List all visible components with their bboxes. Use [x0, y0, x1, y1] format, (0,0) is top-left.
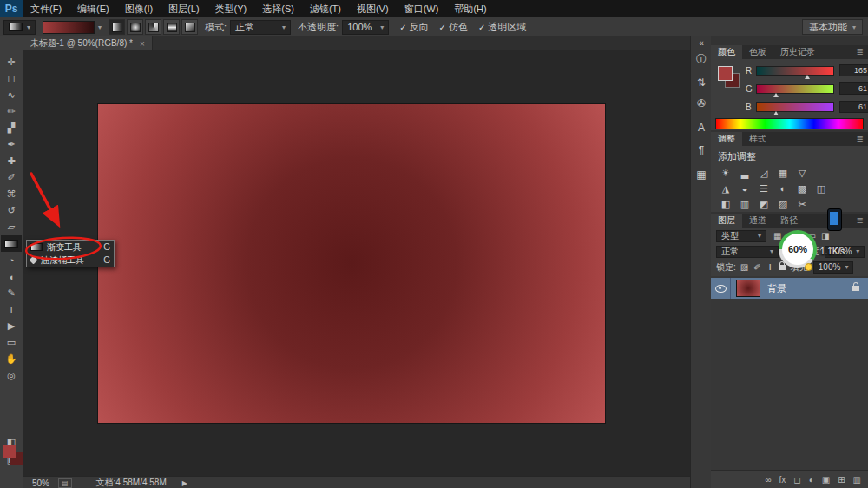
delete-layer-icon[interactable]: ▥ [853, 475, 861, 485]
green-slider-knob[interactable] [773, 93, 779, 97]
info-icon[interactable]: ⓘ [691, 52, 712, 67]
gradient-tool[interactable] [1, 235, 22, 252]
layer-group-icon[interactable]: ▣ [822, 475, 830, 485]
curves-icon[interactable]: ◿ [756, 167, 772, 179]
link-layers-icon[interactable]: ∞ [765, 475, 771, 485]
layer-mask-icon[interactable]: ◻ [793, 475, 800, 485]
tab-swatches[interactable]: 色板 [742, 45, 773, 59]
green-slider[interactable] [756, 84, 834, 94]
exposure-icon[interactable]: ▦ [775, 167, 791, 179]
eraser-tool[interactable]: ▱ [1, 219, 22, 235]
blue-slider-knob[interactable] [773, 111, 779, 115]
green-value[interactable]: 61 [839, 82, 868, 95]
lock-paint-icon[interactable]: ✐ [753, 262, 760, 272]
red-slider-knob[interactable] [805, 75, 810, 79]
lasso-tool[interactable]: ∿ [1, 87, 22, 103]
color-balance-icon[interactable]: ◒ [737, 182, 753, 195]
channel-mixer-icon[interactable]: ▩ [794, 182, 810, 195]
foreground-color-chip[interactable] [718, 66, 733, 81]
foreground-color-swatch[interactable] [3, 445, 16, 458]
photo-filter-icon[interactable]: ◐ [775, 182, 791, 195]
quick-selection-tool[interactable]: ✏ [1, 103, 22, 120]
chevron-down-icon[interactable]: ▾ [98, 23, 102, 31]
menu-layer[interactable]: 图层(L) [161, 0, 207, 17]
panel-menu-icon[interactable]: ≣ [852, 214, 868, 228]
posterize-icon[interactable]: ▥ [737, 198, 753, 210]
zoom-level-input[interactable]: 50% [32, 478, 49, 488]
adjustment-layer-icon[interactable]: ◐ [809, 475, 814, 485]
brightness-contrast-icon[interactable]: ☀ [718, 167, 733, 179]
adjustments-icon[interactable]: ⇅ [691, 76, 712, 89]
hand-tool[interactable]: ✋ [1, 351, 22, 367]
selective-color-icon[interactable]: ✂ [794, 198, 810, 210]
clone-stamp-tool[interactable]: ⌘ [1, 186, 22, 202]
hue-saturation-icon[interactable]: ◮ [718, 182, 733, 195]
reflected-gradient-button[interactable] [163, 19, 180, 35]
blue-slider[interactable] [756, 102, 834, 112]
menu-type[interactable]: 类型(Y) [207, 0, 255, 17]
menu-select[interactable]: 选择(S) [254, 0, 302, 17]
document-tab[interactable]: 未标题-1 @ 50%(RGB/8) * × [23, 36, 153, 50]
eyedropper-tool[interactable]: ✒ [1, 136, 22, 153]
status-thumbnail-icon[interactable]: ▤ [58, 478, 72, 488]
angle-gradient-button[interactable] [145, 19, 161, 35]
character-icon[interactable]: A [691, 122, 712, 134]
color-spectrum-ramp[interactable] [715, 118, 864, 129]
flyout-item-paint-bucket-tool[interactable]: 油漆桶工具 G [27, 254, 114, 267]
menu-window[interactable]: 窗口(W) [397, 0, 447, 17]
visibility-cell[interactable] [711, 278, 731, 299]
invert-icon[interactable]: ◧ [718, 198, 733, 210]
layer-row-background[interactable]: 背景 [711, 278, 868, 299]
diamond-gradient-button[interactable] [181, 19, 198, 35]
tab-history[interactable]: 历史记录 [773, 45, 822, 59]
marquee-tool[interactable]: ◻ [1, 70, 22, 87]
blur-tool[interactable]: ◔ [1, 252, 22, 268]
threshold-icon[interactable]: ◩ [756, 198, 772, 210]
crop-tool[interactable]: ▞ [1, 120, 22, 136]
path-selection-tool[interactable]: ▶ [1, 318, 22, 334]
color-lookup-icon[interactable]: ◫ [813, 182, 829, 195]
panel-menu-icon[interactable]: ≣ [852, 45, 868, 59]
blue-value[interactable]: 61 [839, 101, 868, 113]
levels-icon[interactable]: ▃ [737, 167, 753, 179]
mode-dropdown[interactable]: 正常 ▾ [230, 20, 291, 35]
clone-source-icon[interactable]: ✇ [691, 97, 712, 109]
type-tool[interactable]: T [1, 301, 22, 318]
workspace-switcher-button[interactable]: 基本功能 ▾ [802, 19, 863, 35]
healing-brush-tool[interactable]: ✚ [1, 153, 22, 169]
opacity-dropdown[interactable]: 100% ▾ [342, 20, 389, 35]
collapse-dock-icon[interactable]: « [691, 38, 712, 48]
blend-mode-dropdown[interactable]: 正常 ▾ [716, 246, 779, 258]
linear-gradient-button[interactable] [108, 19, 125, 35]
history-brush-tool[interactable]: ↺ [1, 202, 22, 219]
document-canvas[interactable] [98, 104, 605, 423]
tool-preset-dropdown[interactable]: ▾ [3, 20, 36, 35]
dodge-tool[interactable]: ◖ [1, 268, 22, 285]
lock-move-icon[interactable]: ✛ [766, 262, 773, 272]
layer-thumbnail[interactable] [736, 280, 760, 297]
menu-view[interactable]: 视图(V) [349, 0, 397, 17]
tab-channels[interactable]: 通道 [742, 214, 773, 228]
lock-transparent-icon[interactable]: ▨ [740, 262, 748, 272]
menu-edit[interactable]: 编辑(E) [69, 0, 117, 17]
dither-checkbox[interactable]: ✓ 仿色 [439, 21, 468, 34]
red-value[interactable]: 165 [839, 64, 868, 76]
tab-paths[interactable]: 路径 [773, 214, 805, 228]
gradient-preview[interactable] [43, 21, 95, 34]
brush-tool[interactable]: ✐ [1, 169, 22, 186]
fill-dropdown[interactable]: 100% ▾ [813, 261, 853, 274]
tab-color[interactable]: 颜色 [711, 45, 742, 59]
flyout-item-gradient-tool[interactable]: 渐变工具 G [27, 241, 114, 254]
status-menu-arrow-icon[interactable]: ▶ [182, 479, 187, 487]
close-icon[interactable]: × [140, 39, 145, 49]
tab-adjustments[interactable]: 调整 [711, 132, 742, 146]
vibrance-icon[interactable]: ▽ [794, 167, 810, 179]
menu-filter[interactable]: 滤镜(T) [302, 0, 349, 17]
layer-style-icon[interactable]: fx [779, 475, 786, 485]
transparency-checkbox[interactable]: ✓ 透明区域 [478, 21, 526, 34]
paragraph-icon[interactable]: ¶ [691, 144, 712, 156]
new-layer-icon[interactable]: ⊞ [838, 475, 845, 485]
move-tool[interactable]: ✛ [1, 54, 22, 70]
histogram-icon[interactable]: ▦ [691, 168, 712, 181]
radial-gradient-button[interactable] [127, 19, 143, 35]
